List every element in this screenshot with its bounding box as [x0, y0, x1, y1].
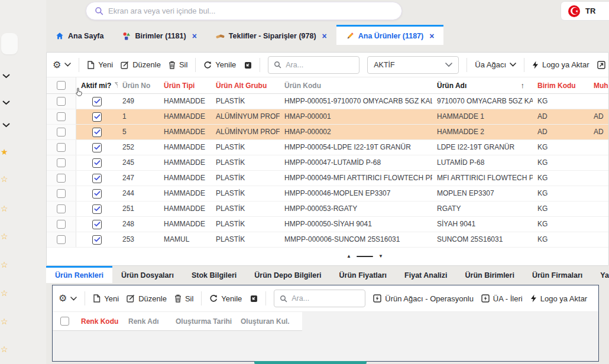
- edit-button[interactable]: Düzenle: [127, 294, 167, 303]
- export-icon[interactable]: [244, 61, 252, 69]
- favorite-star-outline-icon[interactable]: ☆: [1, 232, 8, 240]
- ua-ileri-button[interactable]: ÜA - İleri: [481, 294, 523, 303]
- row-select-checkbox[interactable]: [47, 94, 76, 109]
- ua-agaci-dropdown[interactable]: Üa Ağacı: [475, 60, 516, 69]
- favorite-star-outline-icon[interactable]: ☆: [1, 261, 8, 269]
- refresh-button[interactable]: Yenile: [203, 60, 236, 69]
- tab-fiyat-analizi[interactable]: Fiyat Analizi: [396, 266, 456, 283]
- table-row[interactable]: 5 HAMMADDE ALÜMİNYUM PROFİL HMAP-000002 …: [47, 125, 608, 140]
- table-row[interactable]: 1 HAMMADDE ALÜMİNYUM PROFİL HMAP-000001 …: [47, 109, 608, 125]
- tab-urun-birimleri[interactable]: Ürün Birimleri: [456, 266, 523, 283]
- tab-ana-sayfa[interactable]: Ana Sayfa: [46, 25, 113, 45]
- header-muh[interactable]: Muh.: [589, 77, 608, 93]
- header-urun-alt-grubu[interactable]: Ürün Alt Grubu: [211, 77, 280, 93]
- table-row[interactable]: 248 HAMMADDE PLASTİK HMPP-000050-SİYAH 9…: [47, 217, 608, 232]
- urun-agaci-operasyonlu-button[interactable]: Ürün Ağacı - Operasyonlu: [373, 294, 474, 303]
- splitter-handle[interactable]: [357, 256, 373, 258]
- row-select-checkbox[interactable]: [47, 140, 76, 155]
- new-button[interactable]: Yeni: [93, 294, 119, 303]
- panel-splitter[interactable]: ▲ ▼: [346, 254, 383, 259]
- refresh-button[interactable]: Yenile: [209, 294, 242, 303]
- grid-settings-button[interactable]: ⚙: [59, 294, 77, 303]
- header-urun-tipi[interactable]: Ürün Tipi: [159, 77, 211, 93]
- grid-search-input[interactable]: [286, 61, 354, 69]
- table-row[interactable]: 245 HAMMADDE PLASTİK HMPP-000047-LUTAMİD…: [47, 155, 608, 171]
- chevron-down-icon[interactable]: [2, 123, 10, 128]
- sidebar-item-partial[interactable]: [1, 33, 18, 54]
- collapse-up-icon[interactable]: ▲: [346, 254, 351, 259]
- tab-yabanci-isimler[interactable]: Yabancı İsimler: [591, 266, 609, 283]
- tab-urun-depo-bilgileri[interactable]: Ürün Depo Bilgileri: [245, 266, 330, 283]
- table-row[interactable]: 252 HAMMADDE PLASTİK HMPP-000054-LDPE I2…: [47, 140, 608, 155]
- aktif-checkbox[interactable]: [76, 109, 118, 124]
- aktif-checkbox[interactable]: [76, 125, 118, 139]
- favorite-star-outline-icon[interactable]: ☆: [1, 175, 8, 183]
- delete-button[interactable]: Sil: [169, 60, 187, 69]
- row-select-checkbox[interactable]: [47, 202, 76, 216]
- header-urun-kodu[interactable]: Ürün Kodu: [280, 77, 432, 93]
- select-all-checkbox[interactable]: [53, 312, 76, 330]
- aktif-checkbox[interactable]: [76, 232, 118, 247]
- tab-birimler[interactable]: Birimler (1181) ×: [113, 25, 206, 45]
- tab-urun-dosyalari[interactable]: Ürün Dosyaları: [112, 266, 183, 283]
- table-row[interactable]: 249 HAMMADDE PLASTİK HMPP-000051-9710070…: [47, 94, 608, 109]
- tab-urun-firmalari[interactable]: Ürün Firmaları: [523, 266, 591, 283]
- tab-stok-bilgileri[interactable]: Stok Bilgileri: [183, 266, 245, 283]
- collapse-down-icon[interactable]: ▼: [378, 254, 383, 259]
- select-all-checkbox[interactable]: [47, 77, 76, 93]
- header-urun-adi[interactable]: Ürün Adı ↑: [432, 77, 533, 93]
- tab-urun-fiyatlari[interactable]: Ürün Fiyatları: [331, 266, 396, 283]
- row-select-checkbox[interactable]: [47, 155, 76, 170]
- header-birim-kodu[interactable]: Birim Kodu: [533, 77, 589, 93]
- chevron-down-icon[interactable]: [2, 74, 10, 79]
- horizontal-scrollbar-thumb[interactable]: [254, 361, 367, 364]
- export-icon[interactable]: [250, 294, 258, 303]
- header-renk-kodu[interactable]: Renk Kodu: [76, 317, 124, 326]
- aktif-checkbox[interactable]: [76, 202, 118, 216]
- aktif-checkbox[interactable]: [76, 186, 118, 201]
- language-button[interactable]: ★ TR: [561, 1, 609, 21]
- sort-ascending-icon[interactable]: ↑: [521, 81, 533, 90]
- global-search[interactable]: [86, 2, 402, 20]
- favorite-star-outline-icon[interactable]: ☆: [1, 204, 8, 213]
- header-urun-no[interactable]: Ürün No: [118, 77, 159, 93]
- close-icon[interactable]: ×: [322, 32, 327, 40]
- header-olusturma-tarihi[interactable]: Oluşturma Tarihi: [171, 317, 236, 326]
- tab-teklifler-siparisler[interactable]: Teklifler - Siparişler (978) ×: [206, 25, 336, 45]
- status-filter-select[interactable]: AKTİF: [367, 56, 459, 74]
- table-row[interactable]: 247 HAMMADDE PLASTİK HMPP-000049-MFI ART…: [47, 171, 608, 186]
- logo-aktar-button[interactable]: Logo ya Aktar: [532, 60, 589, 69]
- row-select-checkbox[interactable]: [47, 232, 76, 247]
- row-select-checkbox[interactable]: [47, 186, 76, 201]
- tab-urun-renkleri[interactable]: Ürün Renkleri: [46, 266, 112, 283]
- aktif-checkbox[interactable]: [76, 171, 118, 186]
- new-button[interactable]: Yeni: [87, 60, 113, 69]
- aktif-checkbox[interactable]: [76, 217, 118, 232]
- favorite-star-icon[interactable]: ★: [1, 148, 8, 156]
- grid-settings-button[interactable]: ⚙: [53, 60, 71, 70]
- delete-button[interactable]: Sil: [174, 294, 193, 303]
- logo-aktar-button[interactable]: Logo ya Aktar: [530, 294, 588, 303]
- global-search-input[interactable]: [108, 6, 393, 15]
- header-renk-adi[interactable]: Renk Adı: [124, 317, 171, 326]
- row-select-checkbox[interactable]: [47, 109, 76, 124]
- favorite-star-outline-icon[interactable]: ☆: [1, 289, 8, 297]
- row-select-checkbox[interactable]: [47, 125, 76, 139]
- edit-button[interactable]: Düzenle: [121, 60, 161, 69]
- table-row[interactable]: 244 HAMMADDE PLASTİK HMPP-000046-MOPLEN …: [47, 186, 608, 202]
- detail-grid-search[interactable]: [274, 290, 365, 307]
- detail-grid-search-input[interactable]: [291, 294, 359, 303]
- close-icon[interactable]: ×: [429, 32, 434, 40]
- stok-olustur-button[interactable]: Stok Oluştur: [597, 60, 609, 69]
- aktif-checkbox[interactable]: [76, 155, 118, 170]
- row-select-checkbox[interactable]: [47, 217, 76, 232]
- table-row[interactable]: 251 HAMMADDE PLASTİK HMPP-000053-RGATY R…: [47, 202, 608, 217]
- favorite-star-outline-icon[interactable]: ☆: [1, 345, 8, 353]
- favorite-star-outline-icon[interactable]: ☆: [1, 317, 8, 326]
- chevron-down-icon[interactable]: [2, 100, 10, 105]
- header-olusturan-kul[interactable]: Oluşturan Kul.: [236, 317, 302, 326]
- row-select-checkbox[interactable]: [47, 171, 76, 186]
- aktif-checkbox[interactable]: [76, 140, 118, 155]
- close-icon[interactable]: ×: [192, 32, 197, 40]
- table-row[interactable]: 253 MAMUL PLASTİK MMPP-000006-SUNCOM 25S…: [47, 232, 608, 248]
